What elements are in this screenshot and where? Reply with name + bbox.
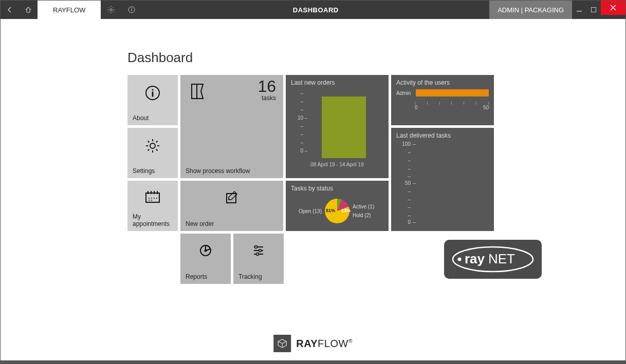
status-legend-hold: Hold (2)	[353, 213, 381, 218]
status-pie: 81% 13%	[325, 199, 349, 223]
svg-point-9	[150, 143, 155, 148]
svg-point-15	[149, 200, 150, 201]
svg-text:*: *	[228, 197, 230, 202]
activity-tick-50: 50	[483, 105, 489, 110]
svg-point-16	[151, 200, 152, 201]
tracking-icon	[251, 243, 266, 258]
status-title: Tasks by status	[291, 185, 383, 192]
svg-point-25	[458, 258, 462, 261]
svg-point-11	[149, 198, 150, 199]
back-button[interactable]	[1, 1, 19, 19]
tile-workflow[interactable]: 16 tasks Show process workflow	[180, 75, 283, 178]
bottom-border	[1, 360, 625, 363]
status-legend-open: Open (13)	[293, 208, 322, 214]
info-icon-button[interactable]	[121, 1, 142, 19]
svg-point-22	[259, 250, 262, 252]
settings-icon-button[interactable]	[101, 1, 121, 19]
status-legend-active: Active (1)	[353, 204, 381, 209]
svg-point-7	[152, 89, 153, 90]
user-badge[interactable]: ADMIN | PACKAGING	[489, 1, 572, 19]
close-button[interactable]	[601, 1, 625, 15]
svg-point-21	[255, 246, 257, 248]
tile-last-new-orders[interactable]: Last new orders – – – 10 – – – – 0 – 08 …	[286, 75, 389, 178]
reports-icon	[198, 243, 213, 258]
activity-bar	[416, 89, 489, 97]
window-title: DASHBOARD	[142, 1, 489, 19]
activity-cat: Admin	[396, 90, 413, 96]
main-content: Dashboard About Settings My appointments	[1, 19, 625, 363]
new-order-icon: *	[224, 190, 240, 205]
home-button[interactable]	[19, 1, 38, 19]
orders-title: Last new orders	[291, 79, 383, 86]
activity-title: Activity of the users	[396, 79, 489, 86]
tile-tracking-label: Tracking	[238, 274, 279, 281]
svg-rect-3	[132, 9, 132, 11]
tile-reports-label: Reports	[186, 274, 226, 281]
svg-point-20	[205, 250, 207, 252]
page-title: Dashboard	[127, 50, 625, 66]
svg-point-12	[151, 198, 152, 199]
svg-text:NET: NET	[488, 251, 515, 266]
svg-rect-4	[577, 11, 582, 12]
calendar-icon	[144, 190, 161, 204]
tile-appointments[interactable]: My appointments	[127, 181, 178, 231]
tile-about[interactable]: About	[127, 75, 178, 125]
svg-rect-5	[592, 8, 596, 12]
gear-icon	[144, 137, 161, 155]
tile-new-order[interactable]: * New order	[180, 181, 283, 231]
workflow-sub: tasks	[257, 94, 276, 102]
tile-workflow-label: Show process workflow	[186, 168, 278, 175]
delivered-title: Last delivered tasks	[396, 132, 489, 139]
svg-text:ray: ray	[465, 251, 485, 266]
tile-settings[interactable]: Settings	[127, 128, 178, 178]
orders-bar	[322, 97, 366, 158]
delivered-chart: 100 – – – – – 50 – – – – – 0 –	[396, 142, 489, 223]
tile-about-label: About	[133, 115, 173, 122]
info-icon	[144, 84, 161, 102]
tile-tasks-by-status[interactable]: Tasks by status Open (13) 81% 13% Active…	[286, 181, 389, 231]
titlebar: RAYFLOW DASHBOARD ADMIN | PACKAGING	[1, 1, 625, 19]
tab-rayflow[interactable]: RAYFLOW	[38, 1, 101, 19]
tile-activity[interactable]: Activity of the users Admin 0 50	[391, 75, 494, 125]
workflow-count: 16	[257, 78, 276, 94]
svg-point-2	[132, 8, 133, 9]
svg-point-23	[256, 253, 259, 256]
svg-point-13	[154, 198, 155, 199]
orders-chart: – – – 10 – – – – 0 – 08 April 19 - 14 Ap…	[291, 89, 383, 166]
minimize-button[interactable]	[572, 1, 586, 19]
footer-logo: RAYFLOW®	[273, 335, 353, 352]
svg-rect-8	[152, 92, 154, 97]
svg-rect-10	[146, 193, 159, 202]
tile-tracking[interactable]: Tracking	[233, 234, 284, 284]
rayflow-icon	[273, 335, 291, 352]
svg-point-14	[156, 198, 157, 199]
tile-reports[interactable]: Reports	[180, 234, 231, 284]
svg-point-0	[110, 9, 112, 11]
activity-tick-0: 0	[415, 105, 418, 110]
tile-neworder-label: New order	[186, 221, 278, 228]
tile-settings-label: Settings	[133, 168, 173, 175]
maximize-button[interactable]	[586, 1, 601, 19]
tile-last-delivered[interactable]: Last delivered tasks 100 – – – – – 50 – …	[391, 128, 494, 231]
tile-appointments-label: My appointments	[133, 214, 173, 228]
raynet-logo[interactable]: ray NET	[444, 240, 542, 279]
tile-grid: About Settings My appointments 16 ta	[127, 75, 498, 284]
orders-xlabel: 08 April 19 - 14 April 19	[291, 162, 383, 167]
